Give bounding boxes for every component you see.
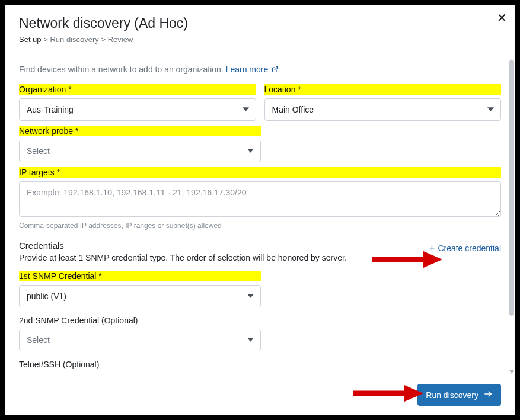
scrollbar-thumb[interactable] <box>509 60 514 316</box>
snmp2-value[interactable] <box>19 329 261 351</box>
breadcrumb-step-setup: Set up <box>19 35 42 44</box>
snmp1-label: 1st SNMP Credential * <box>19 271 261 281</box>
create-credential-button[interactable]: + Create credential <box>429 241 501 255</box>
location-select[interactable] <box>264 98 502 121</box>
telnet-ssh-label: Telnet/SSH (Optional) <box>19 360 501 369</box>
ip-targets-hint: Comma-separated IP addresses, IP ranges … <box>19 222 501 230</box>
organization-value[interactable] <box>19 98 256 121</box>
arrow-right-icon <box>483 390 493 400</box>
location-value[interactable] <box>264 98 502 121</box>
page-title: Network discovery (Ad Hoc) <box>19 15 501 31</box>
snmp1-select[interactable] <box>19 285 261 307</box>
probe-label: Network probe * <box>19 126 261 136</box>
ip-targets-input[interactable] <box>19 181 501 217</box>
dialog: ✕ Network discovery (Ad Hoc) Set up > Ru… <box>5 5 515 415</box>
scroll-area: Find devices within a network to add to … <box>5 56 515 377</box>
external-link-icon <box>272 65 279 75</box>
breadcrumb-step-review: Review <box>108 35 133 44</box>
organization-label: Organization * <box>19 84 256 95</box>
breadcrumb-step-run: Run discovery <box>50 35 98 44</box>
scroll-down-icon[interactable] <box>509 368 514 376</box>
snmp1-value[interactable] <box>19 285 261 307</box>
probe-value[interactable] <box>19 140 261 162</box>
credentials-desc: Provide at least 1 SNMP credential type.… <box>19 253 347 262</box>
snmp2-select[interactable] <box>19 329 261 351</box>
location-label: Location * <box>264 84 502 95</box>
close-icon[interactable]: ✕ <box>497 11 507 25</box>
plus-icon: + <box>429 243 435 253</box>
organization-select[interactable] <box>19 98 256 121</box>
intro-text: Find devices within a network to add to … <box>19 65 501 75</box>
dialog-header: Network discovery (Ad Hoc) Set up > Run … <box>5 5 515 50</box>
probe-select[interactable] <box>19 140 261 162</box>
credentials-title: Credentials <box>19 241 347 251</box>
snmp2-label: 2nd SNMP Credential (Optional) <box>19 316 261 325</box>
breadcrumb: Set up > Run discovery > Review <box>19 35 501 44</box>
run-discovery-button[interactable]: Run discovery <box>417 384 501 406</box>
dialog-footer: Run discovery <box>5 377 515 415</box>
scrollbar[interactable] <box>509 56 514 377</box>
learn-more-link[interactable]: Learn more <box>226 65 279 74</box>
ip-targets-label: IP targets * <box>19 167 501 178</box>
